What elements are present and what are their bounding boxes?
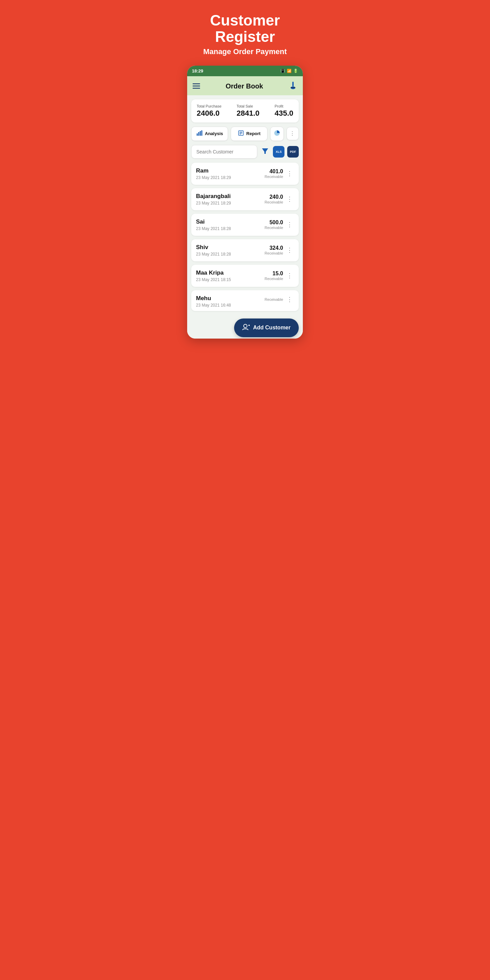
customer-date: 23 May 2021 18:29 xyxy=(196,175,231,180)
customer-card[interactable]: Sai 23 May 2021 18:28 500.0 Receivable ⋮ xyxy=(191,214,299,236)
customer-status: Receivable xyxy=(265,200,283,204)
customer-amount: 500.0 xyxy=(265,220,283,226)
menu-icon[interactable] xyxy=(192,82,200,91)
search-input-wrap[interactable] xyxy=(191,145,257,159)
customer-more-button[interactable]: ⋮ xyxy=(285,220,294,229)
customer-more-button[interactable]: ⋮ xyxy=(285,295,294,304)
customer-status: Receivable xyxy=(265,277,283,281)
svg-marker-14 xyxy=(262,148,268,154)
vertical-dots-icon: ⋮ xyxy=(290,130,296,137)
xls-label: XLS xyxy=(275,150,282,153)
customer-date: 23 May 2021 18:15 xyxy=(196,277,231,282)
hero-subtitle: Manage Order Payment xyxy=(187,47,303,56)
customer-right: Receivable ⋮ xyxy=(265,295,294,304)
customer-amount-wrap: 15.0 Receivable xyxy=(265,270,283,281)
search-row: XLS PDF xyxy=(191,145,299,159)
add-person-icon xyxy=(242,323,250,332)
customer-info: Shiv 23 May 2021 18:28 xyxy=(196,244,231,256)
customer-amount-wrap: 240.0 Receivable xyxy=(265,194,283,204)
customer-right: 401.0 Receivable ⋮ xyxy=(265,169,294,179)
customer-name: Bajarangbali xyxy=(196,193,231,200)
customer-date: 23 May 2021 16:48 xyxy=(196,303,231,308)
customer-date: 23 May 2021 18:28 xyxy=(196,226,231,231)
customer-more-button[interactable]: ⋮ xyxy=(285,195,294,204)
customer-amount-wrap: 500.0 Receivable xyxy=(265,220,283,230)
customer-card[interactable]: Mehu 23 May 2021 16:48 Receivable ⋮ xyxy=(191,290,299,311)
customer-right: 15.0 Receivable ⋮ xyxy=(265,270,294,281)
customer-right: 500.0 Receivable ⋮ xyxy=(265,220,294,230)
total-purchase-value: 2406.0 xyxy=(197,109,221,118)
action-row: Analysis Report xyxy=(191,127,299,141)
signal-icon: 📶 xyxy=(287,69,292,73)
fab-row: Add Customer xyxy=(187,315,303,339)
add-customer-button[interactable]: Add Customer xyxy=(234,318,299,337)
pdf-export-button[interactable]: PDF xyxy=(287,146,299,158)
customer-info: Mehu 23 May 2021 16:48 xyxy=(196,295,231,308)
customer-card[interactable]: Shiv 23 May 2021 18:28 324.0 Receivable … xyxy=(191,239,299,261)
svg-rect-0 xyxy=(192,83,200,84)
xls-export-button[interactable]: XLS xyxy=(273,146,285,158)
customer-name: Ram xyxy=(196,167,231,174)
customer-status: Receivable xyxy=(265,251,283,255)
analysis-label: Analysis xyxy=(205,131,223,136)
total-sale-label: Total Sale xyxy=(237,104,259,108)
customer-status: Receivable xyxy=(265,175,283,179)
search-input[interactable] xyxy=(196,149,252,154)
broom-icon[interactable] xyxy=(288,81,298,92)
svg-rect-3 xyxy=(292,82,294,86)
customer-amount-wrap: 401.0 Receivable xyxy=(265,169,283,179)
app-title: Order Book xyxy=(226,82,263,90)
total-purchase-label: Total Purchase xyxy=(197,104,221,108)
customer-right: 240.0 Receivable ⋮ xyxy=(265,194,294,204)
customer-list: Ram 23 May 2021 18:29 401.0 Receivable ⋮… xyxy=(191,163,299,311)
customer-name: Shiv xyxy=(196,244,231,251)
customer-name: Maa Kripa xyxy=(196,269,231,276)
svg-point-15 xyxy=(243,324,247,328)
customer-status: Receivable xyxy=(265,226,283,230)
more-options-button[interactable]: ⋮ xyxy=(286,127,299,140)
svg-rect-8 xyxy=(200,131,201,136)
svg-rect-2 xyxy=(192,88,200,89)
total-sale-value: 2841.0 xyxy=(237,109,259,118)
customer-more-button[interactable]: ⋮ xyxy=(285,271,294,280)
customer-card[interactable]: Ram 23 May 2021 18:29 401.0 Receivable ⋮ xyxy=(191,163,299,185)
status-icons: 📳 📶 🔋 xyxy=(280,69,298,73)
report-label: Report xyxy=(247,131,261,136)
customer-amount: 401.0 xyxy=(265,169,283,175)
customer-amount: 240.0 xyxy=(265,194,283,200)
customer-status: Receivable xyxy=(265,298,283,301)
phone-frame: 18:29 📳 📶 🔋 Order Book xyxy=(187,66,303,339)
pdf-label: PDF xyxy=(290,150,296,153)
content-area: Total Purchase 2406.0 Total Sale 2841.0 … xyxy=(187,95,303,315)
customer-card[interactable]: Bajarangbali 23 May 2021 18:29 240.0 Rec… xyxy=(191,188,299,210)
profit-label: Profit xyxy=(275,104,293,108)
status-bar: 18:29 📳 📶 🔋 xyxy=(187,66,303,76)
profit-value: 435.0 xyxy=(275,109,293,118)
svg-rect-7 xyxy=(198,132,199,136)
customer-info: Maa Kripa 23 May 2021 18:15 xyxy=(196,269,231,282)
analysis-button[interactable]: Analysis xyxy=(191,127,228,141)
pie-chart-icon xyxy=(274,130,280,137)
total-sale-stat: Total Sale 2841.0 xyxy=(237,104,259,118)
customer-info: Sai 23 May 2021 18:28 xyxy=(196,218,231,231)
pie-chart-button[interactable] xyxy=(270,127,284,141)
customer-name: Sai xyxy=(196,218,231,225)
vibrate-icon: 📳 xyxy=(280,69,285,73)
customer-more-button[interactable]: ⋮ xyxy=(285,246,294,255)
profit-stat: Profit 435.0 xyxy=(275,104,293,118)
customer-date: 23 May 2021 18:28 xyxy=(196,252,231,256)
status-time: 18:29 xyxy=(192,68,203,73)
total-purchase-stat: Total Purchase 2406.0 xyxy=(197,104,221,118)
hero-title: Customer Register xyxy=(187,12,303,45)
customer-card[interactable]: Maa Kripa 23 May 2021 18:15 15.0 Receiva… xyxy=(191,265,299,287)
customer-more-button[interactable]: ⋮ xyxy=(285,169,294,178)
customer-amount: 324.0 xyxy=(265,245,283,251)
filter-button[interactable] xyxy=(260,146,270,157)
customer-amount: 15.0 xyxy=(265,270,283,277)
svg-rect-9 xyxy=(202,130,202,136)
hero-section: Customer Register Manage Order Payment xyxy=(179,0,311,66)
report-button[interactable]: Report xyxy=(231,127,267,141)
stats-card: Total Purchase 2406.0 Total Sale 2841.0 … xyxy=(191,99,299,123)
add-customer-label: Add Customer xyxy=(253,325,291,331)
analysis-icon xyxy=(196,130,202,137)
